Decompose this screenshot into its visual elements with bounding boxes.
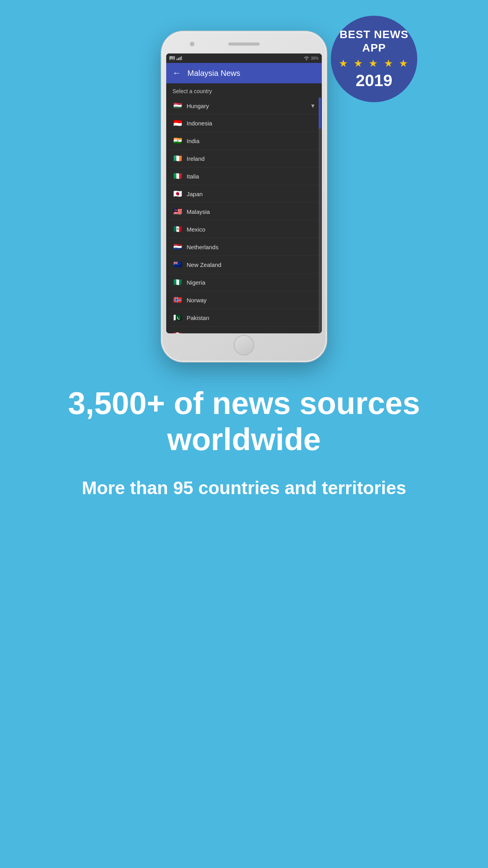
bottom-section: 3,500+ of news sources worldwide More th… [0,362,488,530]
headline: 3,500+ of news sources worldwide [31,385,457,458]
phone-bottom [166,333,322,357]
country-item[interactable]: 🇮🇩Indonesia [166,114,322,132]
country-name: Pakistan [187,314,209,321]
phone-camera [190,42,194,46]
country-name: Italia [187,173,199,180]
country-name: Mexico [187,226,205,233]
country-list-items: 🇮🇩Indonesia🇮🇳India🇮🇪Ireland🇮🇹Italia🇯🇵Jap… [166,114,322,333]
country-flag: 🇵🇪 [172,331,183,333]
svg-rect-4 [178,58,179,60]
country-item[interactable]: 🇳🇿New Zealand [166,256,322,274]
country-item[interactable]: 🇳🇬Nigeria [166,274,322,291]
country-name: Netherlands [187,244,218,250]
select-label: Select a country [172,88,316,94]
country-name: India [187,138,200,144]
phone-frame: 39% ← Malaysia News Select a country [161,31,327,362]
back-button[interactable]: ← [172,68,181,78]
phone-speaker [228,42,260,46]
country-flag: 🇮🇳 [172,136,183,145]
country-name: Indonesia [187,120,212,127]
phone-mockup: 39% ← Malaysia News Select a country [161,31,327,362]
status-right: 39% [304,56,319,61]
phone-top [166,36,322,52]
svg-point-7 [306,59,307,61]
country-item[interactable]: 🇯🇵Japan [166,185,322,203]
app-header: ← Malaysia News [166,63,322,83]
country-item[interactable]: 🇳🇱Netherlands [166,238,322,256]
country-flag: 🇳🇱 [172,243,183,251]
status-bar: 39% [166,53,322,63]
country-item[interactable]: 🇮🇳India [166,132,322,150]
country-name: Peru [187,332,199,334]
country-list[interactable]: 🇭🇺 Hungary ▼ 🇮🇩Indonesia🇮🇳India🇮🇪Ireland… [166,97,322,333]
hungary-name: Hungary [187,103,209,109]
badge-stars: ★ ★ ★ ★ ★ [339,57,409,70]
country-name: New Zealand [187,261,221,268]
country-item[interactable]: 🇲🇾Malaysia [166,203,322,221]
scrollbar-track [319,97,321,333]
country-flag: 🇮🇹 [172,172,183,180]
country-flag: 🇲🇽 [172,225,183,234]
battery-level: 39% [311,56,319,61]
country-item[interactable]: 🇳🇴Norway [166,291,322,309]
country-item[interactable]: 🇮🇹Italia [166,167,322,185]
country-name: Norway [187,297,207,303]
country-flag: 🇳🇬 [172,278,183,287]
country-item[interactable]: 🇮🇪Ireland [166,150,322,167]
app-title: Malaysia News [187,69,240,78]
svg-rect-6 [181,56,182,60]
svg-point-2 [172,57,174,58]
home-button[interactable] [234,335,254,355]
country-name: Japan [187,191,203,197]
country-flag: 🇮🇪 [172,154,183,163]
phone-screen: 39% ← Malaysia News Select a country [166,53,322,333]
dropdown-arrow-icon: ▼ [310,103,316,109]
status-left [169,56,182,60]
country-flag: 🇮🇩 [172,119,183,127]
wifi-icon [304,56,309,60]
select-area: Select a country [166,83,322,97]
country-flag: 🇳🇴 [172,296,183,304]
svg-rect-3 [176,59,178,60]
country-flag: 🇵🇰 [172,313,183,322]
country-item[interactable]: 🇵🇪Peru [166,327,322,333]
subheadline: More than 95 countries and territories [31,477,457,498]
svg-rect-5 [180,57,181,60]
selected-country-item[interactable]: 🇭🇺 Hungary ▼ [166,97,322,114]
top-section: BEST NEWS APP ★ ★ ★ ★ ★ 2019 [0,0,488,362]
status-signal-icon [176,56,182,60]
badge-year: 2019 [356,71,392,90]
badge-title: BEST NEWS APP [331,28,417,54]
country-name: Malaysia [187,208,210,215]
best-app-badge: BEST NEWS APP ★ ★ ★ ★ ★ 2019 [331,16,417,102]
scrollbar-thumb[interactable] [319,97,321,129]
country-name: Ireland [187,155,205,162]
hungary-flag: 🇭🇺 [172,101,183,110]
selected-country-inner: 🇭🇺 Hungary [172,101,209,110]
status-img-icon [169,56,175,60]
country-item[interactable]: 🇵🇰Pakistan [166,309,322,327]
country-flag: 🇳🇿 [172,260,183,269]
country-item[interactable]: 🇲🇽Mexico [166,221,322,238]
country-flag: 🇯🇵 [172,189,183,198]
country-name: Nigeria [187,279,205,286]
country-flag: 🇲🇾 [172,207,183,216]
